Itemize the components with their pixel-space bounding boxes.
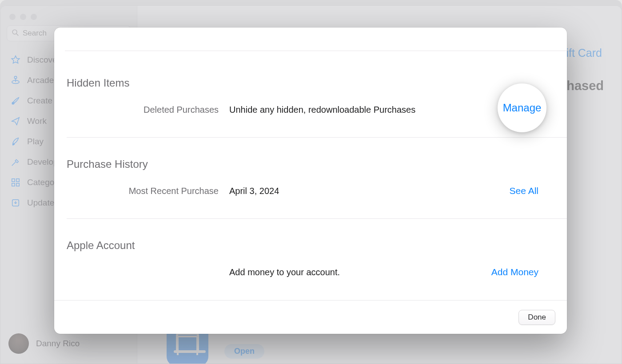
- section-purchase-history: Purchase History Most Recent Purchase Ap…: [67, 158, 554, 200]
- sheet-body: Hidden Items Deleted Purchases Unhide an…: [54, 28, 567, 300]
- row-value: Unhide any hidden, redownloadable Purcha…: [229, 105, 455, 115]
- section-title-purchase-history: Purchase History: [67, 158, 554, 170]
- manage-label: Manage: [503, 102, 542, 114]
- row-add-money: Add money to your account. Add Money: [67, 263, 554, 281]
- divider: [65, 51, 567, 51]
- row-deleted-purchases: Deleted Purchases Unhide any hidden, red…: [67, 101, 554, 119]
- sheet-footer: Done: [54, 300, 567, 334]
- see-all-link[interactable]: See All: [466, 186, 554, 196]
- row-value: Add money to your account.: [229, 267, 455, 277]
- divider: [67, 137, 567, 138]
- row-label: Deleted Purchases: [67, 105, 219, 115]
- manage-hidden-items-button[interactable]: Manage: [498, 83, 546, 132]
- row-label: Most Recent Purchase: [67, 186, 219, 196]
- add-money-link[interactable]: Add Money: [466, 267, 554, 277]
- account-settings-sheet: Hidden Items Deleted Purchases Unhide an…: [54, 28, 567, 334]
- section-hidden-items: Hidden Items Deleted Purchases Unhide an…: [67, 77, 554, 119]
- divider: [67, 218, 567, 219]
- done-button[interactable]: Done: [518, 310, 555, 325]
- section-apple-account: Apple Account Add money to your account.…: [67, 239, 554, 281]
- section-title-apple-account: Apple Account: [67, 239, 554, 252]
- row-value: April 3, 2024: [229, 186, 455, 196]
- row-most-recent-purchase: Most Recent Purchase April 3, 2024 See A…: [67, 182, 554, 200]
- section-title-hidden-items: Hidden Items: [67, 77, 554, 89]
